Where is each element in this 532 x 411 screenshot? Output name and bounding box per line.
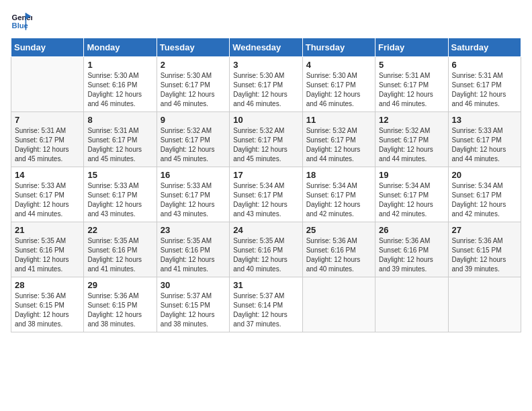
calendar-cell: 2Sunrise: 5:30 AM Sunset: 6:17 PM Daylig… bbox=[157, 57, 229, 112]
day-number: 17 bbox=[233, 170, 298, 180]
day-number: 29 bbox=[87, 280, 152, 290]
calendar-cell: 11Sunrise: 5:32 AM Sunset: 6:17 PM Dayli… bbox=[302, 112, 375, 167]
calendar-cell: 6Sunrise: 5:31 AM Sunset: 6:17 PM Daylig… bbox=[448, 57, 521, 112]
calendar-cell: 29Sunrise: 5:36 AM Sunset: 6:15 PM Dayli… bbox=[84, 277, 157, 332]
day-number: 15 bbox=[87, 170, 152, 180]
logo: General Blue bbox=[11, 11, 35, 32]
calendar-cell: 22Sunrise: 5:35 AM Sunset: 6:16 PM Dayli… bbox=[84, 222, 157, 277]
day-info: Sunrise: 5:32 AM Sunset: 6:17 PM Dayligh… bbox=[306, 126, 371, 164]
calendar-cell: 19Sunrise: 5:34 AM Sunset: 6:17 PM Dayli… bbox=[375, 167, 448, 222]
day-info: Sunrise: 5:31 AM Sunset: 6:17 PM Dayligh… bbox=[15, 126, 80, 164]
day-info: Sunrise: 5:30 AM Sunset: 6:16 PM Dayligh… bbox=[87, 71, 152, 109]
day-info: Sunrise: 5:31 AM Sunset: 6:17 PM Dayligh… bbox=[379, 71, 444, 109]
day-number: 3 bbox=[233, 60, 298, 70]
day-info: Sunrise: 5:30 AM Sunset: 6:17 PM Dayligh… bbox=[161, 71, 226, 109]
calendar-cell: 14Sunrise: 5:33 AM Sunset: 6:17 PM Dayli… bbox=[11, 167, 84, 222]
day-info: Sunrise: 5:36 AM Sunset: 6:16 PM Dayligh… bbox=[379, 236, 444, 274]
calendar-week-4: 21Sunrise: 5:35 AM Sunset: 6:16 PM Dayli… bbox=[11, 222, 521, 277]
day-info: Sunrise: 5:33 AM Sunset: 6:17 PM Dayligh… bbox=[161, 181, 226, 219]
day-number: 26 bbox=[379, 225, 444, 235]
day-number: 14 bbox=[15, 170, 80, 180]
day-info: Sunrise: 5:36 AM Sunset: 6:16 PM Dayligh… bbox=[306, 236, 371, 274]
header-friday: Friday bbox=[375, 38, 448, 57]
day-info: Sunrise: 5:30 AM Sunset: 6:17 PM Dayligh… bbox=[233, 71, 298, 109]
day-info: Sunrise: 5:35 AM Sunset: 6:16 PM Dayligh… bbox=[87, 236, 152, 274]
day-number: 4 bbox=[306, 60, 371, 70]
calendar-cell: 12Sunrise: 5:32 AM Sunset: 6:17 PM Dayli… bbox=[375, 112, 448, 167]
day-number: 11 bbox=[306, 115, 371, 125]
day-number: 18 bbox=[306, 170, 371, 180]
calendar-cell bbox=[302, 277, 375, 332]
calendar-header-row: SundayMondayTuesdayWednesdayThursdayFrid… bbox=[11, 38, 521, 57]
day-number: 6 bbox=[452, 60, 517, 70]
day-number: 20 bbox=[452, 170, 517, 180]
header-wednesday: Wednesday bbox=[230, 38, 302, 57]
day-info: Sunrise: 5:36 AM Sunset: 6:15 PM Dayligh… bbox=[452, 236, 517, 274]
calendar-week-5: 28Sunrise: 5:36 AM Sunset: 6:15 PM Dayli… bbox=[11, 277, 521, 332]
day-info: Sunrise: 5:32 AM Sunset: 6:17 PM Dayligh… bbox=[379, 126, 444, 164]
calendar-cell: 10Sunrise: 5:32 AM Sunset: 6:17 PM Dayli… bbox=[230, 112, 302, 167]
day-info: Sunrise: 5:36 AM Sunset: 6:15 PM Dayligh… bbox=[15, 291, 80, 329]
calendar-cell bbox=[11, 57, 84, 112]
day-info: Sunrise: 5:35 AM Sunset: 6:16 PM Dayligh… bbox=[233, 236, 298, 274]
calendar-cell bbox=[448, 277, 521, 332]
header-sunday: Sunday bbox=[11, 38, 84, 57]
calendar-cell: 18Sunrise: 5:34 AM Sunset: 6:17 PM Dayli… bbox=[302, 167, 375, 222]
calendar-cell: 20Sunrise: 5:34 AM Sunset: 6:17 PM Dayli… bbox=[448, 167, 521, 222]
header-tuesday: Tuesday bbox=[157, 38, 229, 57]
day-info: Sunrise: 5:37 AM Sunset: 6:15 PM Dayligh… bbox=[161, 291, 226, 329]
calendar-cell: 9Sunrise: 5:32 AM Sunset: 6:17 PM Daylig… bbox=[157, 112, 229, 167]
calendar-cell: 16Sunrise: 5:33 AM Sunset: 6:17 PM Dayli… bbox=[157, 167, 229, 222]
day-info: Sunrise: 5:33 AM Sunset: 6:17 PM Dayligh… bbox=[87, 181, 152, 219]
day-number: 23 bbox=[161, 225, 226, 235]
day-number: 30 bbox=[161, 280, 226, 290]
day-info: Sunrise: 5:35 AM Sunset: 6:16 PM Dayligh… bbox=[15, 236, 80, 274]
calendar-cell: 1Sunrise: 5:30 AM Sunset: 6:16 PM Daylig… bbox=[84, 57, 157, 112]
day-number: 12 bbox=[379, 115, 444, 125]
calendar-cell: 25Sunrise: 5:36 AM Sunset: 6:16 PM Dayli… bbox=[302, 222, 375, 277]
day-number: 8 bbox=[87, 115, 152, 125]
day-number: 25 bbox=[306, 225, 371, 235]
day-number: 22 bbox=[87, 225, 152, 235]
calendar-week-3: 14Sunrise: 5:33 AM Sunset: 6:17 PM Dayli… bbox=[11, 167, 521, 222]
day-number: 27 bbox=[452, 225, 517, 235]
calendar-cell: 27Sunrise: 5:36 AM Sunset: 6:15 PM Dayli… bbox=[448, 222, 521, 277]
day-info: Sunrise: 5:35 AM Sunset: 6:16 PM Dayligh… bbox=[161, 236, 226, 274]
day-info: Sunrise: 5:34 AM Sunset: 6:17 PM Dayligh… bbox=[306, 181, 371, 219]
calendar-cell bbox=[375, 277, 448, 332]
calendar-cell: 3Sunrise: 5:30 AM Sunset: 6:17 PM Daylig… bbox=[230, 57, 302, 112]
calendar-week-2: 7Sunrise: 5:31 AM Sunset: 6:17 PM Daylig… bbox=[11, 112, 521, 167]
day-info: Sunrise: 5:36 AM Sunset: 6:15 PM Dayligh… bbox=[87, 291, 152, 329]
day-number: 7 bbox=[15, 115, 80, 125]
svg-text:General: General bbox=[12, 13, 32, 21]
day-number: 13 bbox=[452, 115, 517, 125]
calendar-cell: 15Sunrise: 5:33 AM Sunset: 6:17 PM Dayli… bbox=[84, 167, 157, 222]
day-info: Sunrise: 5:33 AM Sunset: 6:17 PM Dayligh… bbox=[15, 181, 80, 219]
calendar-cell: 30Sunrise: 5:37 AM Sunset: 6:15 PM Dayli… bbox=[157, 277, 229, 332]
calendar-cell: 28Sunrise: 5:36 AM Sunset: 6:15 PM Dayli… bbox=[11, 277, 84, 332]
calendar-cell: 4Sunrise: 5:30 AM Sunset: 6:17 PM Daylig… bbox=[302, 57, 375, 112]
calendar-cell: 7Sunrise: 5:31 AM Sunset: 6:17 PM Daylig… bbox=[11, 112, 84, 167]
day-info: Sunrise: 5:32 AM Sunset: 6:17 PM Dayligh… bbox=[161, 126, 226, 164]
calendar-cell: 26Sunrise: 5:36 AM Sunset: 6:16 PM Dayli… bbox=[375, 222, 448, 277]
logo-icon: General Blue bbox=[11, 11, 32, 32]
day-number: 21 bbox=[15, 225, 80, 235]
day-number: 5 bbox=[379, 60, 444, 70]
calendar-week-1: 1Sunrise: 5:30 AM Sunset: 6:16 PM Daylig… bbox=[11, 57, 521, 112]
calendar-cell: 23Sunrise: 5:35 AM Sunset: 6:16 PM Dayli… bbox=[157, 222, 229, 277]
day-info: Sunrise: 5:37 AM Sunset: 6:14 PM Dayligh… bbox=[233, 291, 298, 329]
day-number: 9 bbox=[161, 115, 226, 125]
day-number: 10 bbox=[233, 115, 298, 125]
calendar-cell: 24Sunrise: 5:35 AM Sunset: 6:16 PM Dayli… bbox=[230, 222, 302, 277]
day-info: Sunrise: 5:34 AM Sunset: 6:17 PM Dayligh… bbox=[379, 181, 444, 219]
day-number: 19 bbox=[379, 170, 444, 180]
day-number: 2 bbox=[161, 60, 226, 70]
calendar-cell: 17Sunrise: 5:34 AM Sunset: 6:17 PM Dayli… bbox=[230, 167, 302, 222]
calendar-cell: 21Sunrise: 5:35 AM Sunset: 6:16 PM Dayli… bbox=[11, 222, 84, 277]
calendar-cell: 5Sunrise: 5:31 AM Sunset: 6:17 PM Daylig… bbox=[375, 57, 448, 112]
day-number: 1 bbox=[87, 60, 152, 70]
calendar-cell: 8Sunrise: 5:31 AM Sunset: 6:17 PM Daylig… bbox=[84, 112, 157, 167]
header-thursday: Thursday bbox=[302, 38, 375, 57]
day-number: 28 bbox=[15, 280, 80, 290]
calendar-cell: 31Sunrise: 5:37 AM Sunset: 6:14 PM Dayli… bbox=[230, 277, 302, 332]
